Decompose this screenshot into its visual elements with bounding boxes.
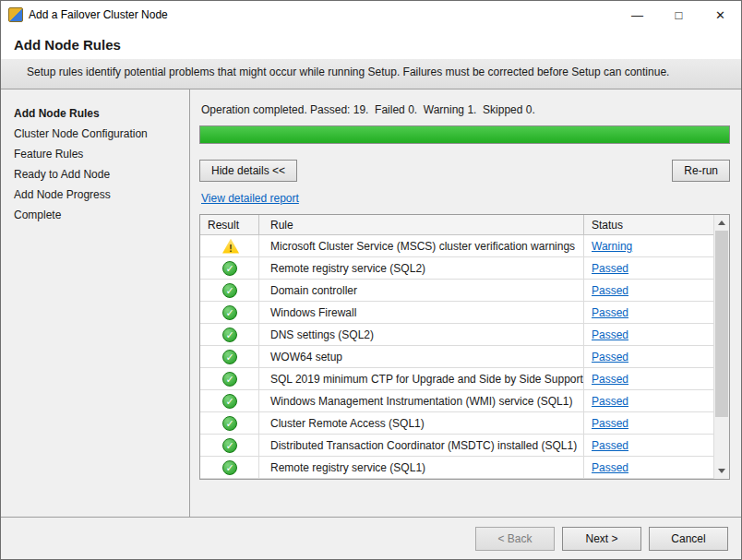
rules-table-body: !Microsoft Cluster Service (MSCS) cluste… <box>200 235 713 479</box>
table-row[interactable]: ✓Remote registry service (SQL2)Passed <box>200 257 713 280</box>
status-cell: Passed <box>584 435 713 456</box>
rules-table: Result Rule Status !Microsoft Cluster Se… <box>199 214 730 480</box>
page-title: Add Node Rules <box>1 29 741 59</box>
sidebar-list: Add Node RulesCluster Node Configuration… <box>1 89 190 517</box>
rule-name: Domain controller <box>259 280 584 301</box>
result-cell: ✓ <box>200 457 259 478</box>
status-cell: Passed <box>584 324 713 345</box>
back-button[interactable]: < Back <box>475 527 555 551</box>
maximize-icon[interactable]: □ <box>658 1 700 29</box>
rule-name: Windows Firewall <box>259 302 584 323</box>
title-bar: Add a Failover Cluster Node — □ ✕ <box>1 1 741 29</box>
passed-icon: ✓ <box>222 416 237 431</box>
rule-name: WOW64 setup <box>259 346 584 367</box>
page-description-text: Setup rules identify potential problems … <box>27 66 691 79</box>
status-cell: Passed <box>584 346 713 367</box>
next-button[interactable]: Next > <box>562 527 641 551</box>
window-title: Add a Failover Cluster Node <box>29 8 616 21</box>
status-link[interactable]: Passed <box>592 417 628 430</box>
hide-details-button[interactable]: Hide details << <box>199 160 297 182</box>
table-header-row: Result Rule Status <box>200 215 713 235</box>
status-link[interactable]: Passed <box>592 351 628 363</box>
close-icon[interactable]: ✕ <box>700 1 741 29</box>
rule-name: Cluster Remote Access (SQL1) <box>259 412 584 434</box>
status-link[interactable]: Passed <box>592 284 628 297</box>
footer-bar: < Back Next > Cancel <box>1 517 741 559</box>
scrollbar-track[interactable] <box>714 231 729 463</box>
table-row[interactable]: ✓Remote registry service (SQL1)Passed <box>200 457 713 479</box>
page-description: Setup rules identify potential problems … <box>1 59 741 89</box>
passed-icon: ✓ <box>222 460 237 475</box>
wizard-window: Add a Failover Cluster Node — □ ✕ Add No… <box>0 0 742 560</box>
page-header: Add Node Rules Setup rules identify pote… <box>1 29 741 89</box>
main-panel: Operation completed. Passed: 19. Failed … <box>190 89 741 517</box>
status-link[interactable]: Passed <box>592 306 628 319</box>
table-row[interactable]: ✓DNS settings (SQL2)Passed <box>200 324 713 346</box>
table-row[interactable]: ✓Windows FirewallPassed <box>200 302 713 324</box>
sidebar-item: Add Node Rules <box>14 103 184 124</box>
sidebar-item: Feature Rules <box>14 144 184 164</box>
rule-name: Remote registry service (SQL2) <box>259 257 584 279</box>
status-cell: Passed <box>584 280 713 301</box>
result-cell: ✓ <box>200 435 259 456</box>
table-row[interactable]: ✓Windows Management Instrumentation (WMI… <box>200 390 713 412</box>
status-link[interactable]: Passed <box>592 262 628 275</box>
rule-name: SQL 2019 minimum CTP for Upgrade and Sid… <box>259 368 584 389</box>
rule-name: Windows Management Instrumentation (WMI)… <box>259 390 584 411</box>
table-row[interactable]: ✓Distributed Transaction Coordinator (MS… <box>200 435 713 457</box>
status-link[interactable]: Passed <box>592 373 628 386</box>
sidebar-item: Ready to Add Node <box>14 164 184 185</box>
progress-bar <box>199 125 730 144</box>
status-cell: Passed <box>584 412 713 434</box>
sidebar-item: Complete <box>14 205 184 225</box>
rule-name: Remote registry service (SQL1) <box>259 457 584 478</box>
passed-icon: ✓ <box>222 394 237 409</box>
status-cell: Warning <box>584 235 713 256</box>
warning-icon: ! <box>222 239 239 254</box>
passed-icon: ✓ <box>222 261 237 276</box>
scrollbar-thumb[interactable] <box>715 231 728 417</box>
column-header-rule: Rule <box>259 215 584 234</box>
passed-icon: ✓ <box>222 283 237 298</box>
status-link[interactable]: Passed <box>592 439 628 452</box>
passed-icon: ✓ <box>222 305 237 320</box>
sidebar-item: Cluster Node Configuration <box>14 124 184 144</box>
rule-name: Distributed Transaction Coordinator (MSD… <box>259 435 584 456</box>
rule-name: DNS settings (SQL2) <box>259 324 584 345</box>
view-detailed-report-link[interactable]: View detailed report <box>201 192 299 205</box>
result-cell: ✓ <box>200 280 259 301</box>
table-row[interactable]: ✓Cluster Remote Access (SQL1)Passed <box>200 412 713 435</box>
column-header-result: Result <box>200 215 259 234</box>
status-cell: Passed <box>584 257 713 279</box>
minimize-icon[interactable]: — <box>616 1 658 29</box>
result-cell: ! <box>200 235 259 256</box>
scroll-down-icon[interactable] <box>714 463 729 479</box>
cancel-button[interactable]: Cancel <box>649 527 728 551</box>
result-cell: ✓ <box>200 368 259 389</box>
table-scrollbar[interactable] <box>713 215 729 479</box>
status-cell: Passed <box>584 390 713 411</box>
table-row[interactable]: ✓Domain controllerPassed <box>200 280 713 302</box>
status-link[interactable]: Passed <box>592 461 628 474</box>
rerun-button[interactable]: Re-run <box>672 160 730 182</box>
result-cell: ✓ <box>200 346 259 367</box>
result-cell: ✓ <box>200 302 259 323</box>
status-link[interactable]: Passed <box>592 328 628 341</box>
progress-bar-fill <box>200 126 729 143</box>
passed-icon: ✓ <box>222 438 237 453</box>
table-row[interactable]: !Microsoft Cluster Service (MSCS) cluste… <box>200 235 713 257</box>
status-link[interactable]: Warning <box>592 240 632 253</box>
result-cell: ✓ <box>200 390 259 411</box>
app-icon <box>8 7 23 22</box>
sidebar-item: Add Node Progress <box>14 185 184 205</box>
result-cell: ✓ <box>200 412 259 434</box>
table-row[interactable]: ✓SQL 2019 minimum CTP for Upgrade and Si… <box>200 368 713 390</box>
table-row[interactable]: ✓WOW64 setupPassed <box>200 346 713 368</box>
status-cell: Passed <box>584 457 713 478</box>
scroll-up-icon[interactable] <box>714 215 729 231</box>
passed-icon: ✓ <box>222 350 237 364</box>
result-cell: ✓ <box>200 324 259 345</box>
status-link[interactable]: Passed <box>592 395 628 408</box>
column-header-status: Status <box>584 215 713 234</box>
status-cell: Passed <box>584 368 713 389</box>
